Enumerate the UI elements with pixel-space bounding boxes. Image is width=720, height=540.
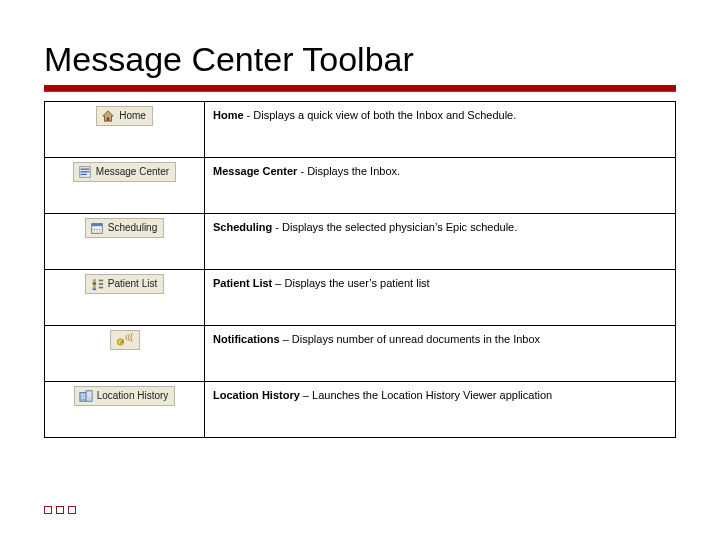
button-label: Patient List <box>108 279 157 289</box>
message-center-icon <box>78 165 92 179</box>
table-row: Home Home - Displays a quick view of bot… <box>45 102 676 158</box>
svg-rect-16 <box>99 283 103 285</box>
row-description: Notifications – Displays number of unrea… <box>205 326 676 382</box>
svg-rect-23 <box>83 394 84 395</box>
svg-rect-14 <box>92 288 96 290</box>
toolbar-table: Home Home - Displays a quick view of bot… <box>44 101 676 438</box>
row-description: Message Center - Displays the Inbox. <box>205 158 676 214</box>
home-icon <box>101 109 115 123</box>
svg-rect-0 <box>107 118 109 122</box>
table-row: Location History Location History – Laun… <box>45 382 676 438</box>
scheduling-icon <box>90 221 104 235</box>
patient-list-icon <box>90 277 104 291</box>
svg-rect-12 <box>92 282 96 285</box>
svg-rect-2 <box>80 169 89 170</box>
row-description: Patient List – Displays the user’s patie… <box>205 270 676 326</box>
table-row: Notifications – Displays number of unrea… <box>45 326 676 382</box>
svg-rect-17 <box>99 287 103 289</box>
table-row: Patient List Patient List – Displays the… <box>45 270 676 326</box>
svg-rect-24 <box>81 397 82 398</box>
scheduling-button[interactable]: Scheduling <box>85 218 164 238</box>
notifications-icon <box>116 333 134 347</box>
button-label: Scheduling <box>108 223 157 233</box>
svg-rect-29 <box>90 395 91 396</box>
message-center-button[interactable]: Message Center <box>73 162 176 182</box>
button-label: Message Center <box>96 167 169 177</box>
svg-rect-4 <box>80 174 86 175</box>
svg-rect-6 <box>92 224 103 227</box>
home-button[interactable]: Home <box>96 106 153 126</box>
row-description: Scheduling - Displays the selected physi… <box>205 214 676 270</box>
patient-list-button[interactable]: Patient List <box>85 274 164 294</box>
button-label: Home <box>119 111 146 121</box>
row-description: Location History – Launches the Location… <box>205 382 676 438</box>
svg-rect-26 <box>87 393 88 394</box>
svg-rect-15 <box>99 280 103 282</box>
row-description: Home - Displays a quick view of both the… <box>205 102 676 158</box>
svg-point-13 <box>92 285 96 289</box>
notifications-button[interactable] <box>110 330 140 350</box>
title-underline <box>44 85 676 91</box>
button-label: Location History <box>97 391 169 401</box>
location-history-icon <box>79 389 93 403</box>
footer-decoration <box>44 506 76 514</box>
svg-rect-28 <box>87 395 88 396</box>
svg-rect-25 <box>83 397 84 398</box>
svg-point-11 <box>92 279 96 283</box>
table-row: Scheduling Scheduling - Displays the sel… <box>45 214 676 270</box>
table-row: Message Center Message Center - Displays… <box>45 158 676 214</box>
svg-rect-22 <box>81 394 82 395</box>
page-title: Message Center Toolbar <box>44 40 676 79</box>
svg-rect-3 <box>80 171 89 172</box>
location-history-button[interactable]: Location History <box>74 386 176 406</box>
svg-rect-27 <box>90 393 91 394</box>
